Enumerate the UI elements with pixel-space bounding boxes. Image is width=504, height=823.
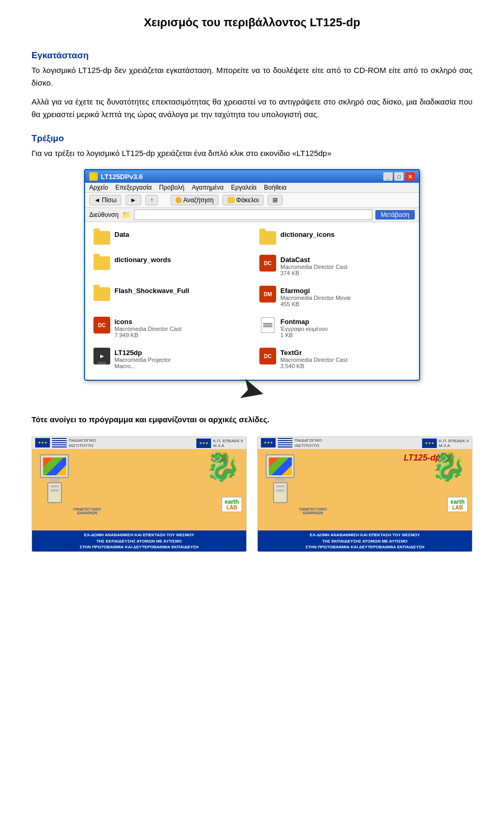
search-label: Αναζήτηση [183,196,214,204]
list-item: Flash_Shockwave_Full [91,285,247,311]
drive-2 [50,489,59,492]
monitor-screen-1 [43,457,66,475]
file-name: DataCast [280,256,348,264]
project-text-1: Κ.Π. ΕΠΕΑΕΚ ΙΙΜ.3.Α [213,439,243,448]
screenshot-body-1: 🐉 earth LAB ΠΑΝΕΠΙΣΤΗΜΙΟΙΩΑΝΝΙΝΩΝ [32,449,246,530]
file-info: Efarmogi Macromedia Director Movie 455 K… [280,287,351,307]
earthlab-badge-2: earth LAB [447,497,468,512]
eu-flag-right-2: ★★★ [422,439,437,448]
file-size: 7.949 KB [114,332,182,338]
menu-help[interactable]: Βοήθεια [264,184,287,191]
computer-graphic-2 [266,454,295,503]
tower-1 [47,482,62,503]
file-info: icons Macromedia Director Cast 7.949 KB [114,318,182,338]
drive-3 [276,485,285,487]
file-name: Efarmogi [280,287,351,295]
minimize-button[interactable]: _ [383,172,393,181]
file-name: TextGr [280,349,348,357]
installation-para2: Αλλά για να έχετε τις δυνατότητες επεκτα… [32,96,472,121]
file-type: Έγγραφο κειμένου [280,326,328,332]
up-button[interactable]: ↑ [145,195,158,205]
cast-file-icon: DC [259,256,276,270]
file-info: TextGr Macromedia Director Cast 3.540 KB [280,349,348,369]
menu-file[interactable]: Αρχείο [89,184,108,191]
file-size: Macro... [114,363,171,369]
file-type: Macromedia Projector [114,357,171,363]
file-info: Flash_Shockwave_Full [114,287,189,295]
top-logos-right-2: ★★★ Κ.Π. ΕΠΕΑΕΚ ΙΙΜ.3.Α [422,439,469,448]
file-size: 455 KB [280,301,351,307]
forward-icon: ► [130,196,136,204]
explorer-app-icon [89,172,98,181]
installation-para1: Το λογισμικό LT125-dp δεν χρειάζεται εγκ… [32,64,472,89]
drive-1 [50,485,59,487]
project-text-2: Κ.Π. ΕΠΕΑΕΚ ΙΙΜ.3.Α [439,439,469,448]
greek-flag-2 [278,438,292,447]
menu-tools[interactable]: Εργαλεία [231,184,257,191]
explorer-toolbar: ◄ Πίσω ► ↑ Αναζήτηση Φάκελοι ⊞ [85,193,419,208]
folders-icon [227,197,235,203]
back-button[interactable]: ◄ Πίσω [89,195,121,205]
screenshot-footer-2: ΕΧ-ΔΟΜΗ ΑΝΑΒΑΘΜΙΣΗ ΚΑΙ ΕΠΕΚΤΑΣΗ ΤΟΥ ΘΕΣΜ… [258,530,472,551]
file-size: 1 KB [280,332,328,338]
menu-edit[interactable]: Επεξεργασία [116,184,152,191]
file-type: Macromedia Director Cast [280,264,348,270]
file-type: Macromedia Director Cast [114,326,182,332]
file-type: Macromedia Director Cast [280,357,348,363]
search-icon [175,197,182,203]
address-go-button[interactable]: Μετάβαση [375,210,415,220]
cast-file-icon: DC [93,318,110,332]
search-button[interactable]: Αναζήτηση [171,195,218,205]
file-info: DataCast Macromedia Director Cast 374 KB [280,256,348,276]
greek-flag-1 [52,438,67,447]
eu-flag-right-1: ★★★ [196,439,211,448]
computer-graphic-1 [40,454,69,503]
screenshots-row: ★★★ ΠΑΙΔΑΓΩΓΙΚΟΙΝΣΤΙΤΟΥΤΟ ★★★ Κ.Π. ΕΠΕΑΕ… [32,436,472,552]
screenshot-1: ★★★ ΠΑΙΔΑΓΩΓΙΚΟΙΝΣΤΙΤΟΥΤΟ ★★★ Κ.Π. ΕΠΕΑΕ… [32,436,247,552]
folders-button[interactable]: Φάκελοι [223,195,264,205]
list-item: ▶ LT125dp Macromedia Projector Macro... [91,347,247,373]
ministry-text-1: ΠΑΙΔΑΓΩΓΙΚΟΙΝΣΤΙΤΟΥΤΟ [69,438,96,448]
university-logo-1: ΠΑΝΕΠΙΣΤΗΜΙΟΙΩΑΝΝΙΝΩΝ [71,507,103,515]
file-name: LT125dp [114,349,171,357]
screenshot-2: ★★★ ΠΑΙΔΑΓΩΓΙΚΟΙΝΣΤΙΤΟΥΤΟ ★★★ Κ.Π. ΕΠΕΑΕ… [257,436,472,552]
monitor-screen-2 [269,457,292,475]
folder-icon [93,231,110,245]
after-open-para: Τότε ανοίγει το πρόγραμμα και εμφανίζοντ… [32,413,472,426]
tower-2 [273,482,288,503]
menu-view[interactable]: Προβολή [159,184,184,191]
back-icon: ◄ [94,196,100,204]
view-button[interactable]: ⊞ [268,195,282,205]
dragon-graphic-1: 🐉 [205,452,241,481]
file-name: dictionary_words [114,256,171,264]
maximize-button[interactable]: □ [394,172,404,181]
file-name: icons [114,318,182,326]
close-button[interactable]: ✕ [405,172,415,181]
drive-4 [276,489,285,492]
forward-button[interactable]: ► [125,195,141,205]
list-item: DC DataCast Macromedia Director Cast 374… [257,254,413,280]
screenshot-top-bar-1: ★★★ ΠΑΙΔΑΓΩΓΙΚΟΙΝΣΤΙΤΟΥΤΟ ★★★ Κ.Π. ΕΠΕΑΕ… [32,437,246,449]
arrow-pointer: ➤ [235,372,269,409]
page-title: Χειρισμός του περιβάλλοντος LT125-dp [32,16,472,29]
monitor-2 [266,454,295,478]
file-info: dictionary_words [114,256,171,264]
list-item: dictionary_icons [257,228,413,249]
list-item: Data [91,228,247,249]
projector-file-icon: ▶ [93,349,110,363]
top-logos-right-1: ★★★ Κ.Π. ΕΠΕΑΕΚ ΙΙΜ.3.Α [196,439,243,448]
file-type: Macromedia Director Movie [280,295,351,301]
screenshot-body-2: LT125-dp 🐉 earth LAB ΠΑΝΕΠΙΣΤΗΜΙΟΙΩΑΝΝΙΝ… [258,449,472,530]
address-input[interactable] [134,210,372,220]
menu-favorites[interactable]: Αγαπημένα [192,184,224,191]
explorer-titlebar: LT125DPv3.6 _ □ ✕ [85,170,419,183]
titlebar-left: LT125DPv3.6 [89,172,143,181]
monitor-stand-2 [275,478,286,481]
monitor-stand-1 [49,478,60,481]
list-item: DC TextGr Macromedia Director Cast 3.540… [257,347,413,373]
file-info: dictionary_icons [280,231,334,238]
up-icon: ↑ [150,196,153,204]
after-open-section: Τότε ανοίγει το πρόγραμμα και εμφανίζοντ… [32,413,472,552]
folder-icon [93,287,110,301]
folders-label: Φάκελοι [236,196,259,204]
